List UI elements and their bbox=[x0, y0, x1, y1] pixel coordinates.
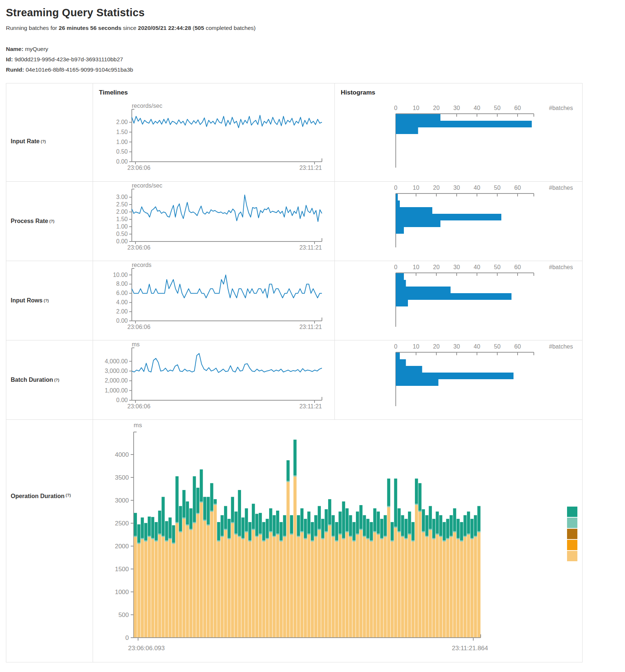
help-icon[interactable]: (?) bbox=[44, 298, 49, 303]
svg-text:8.00: 8.00 bbox=[116, 281, 128, 287]
svg-text:2.00: 2.00 bbox=[116, 119, 128, 125]
svg-text:60: 60 bbox=[514, 343, 521, 350]
batch-count: 505 bbox=[195, 25, 204, 31]
table-body: Input Rate(?)records/sec0.000.501.001.50… bbox=[6, 102, 582, 662]
svg-text:1,000.00: 1,000.00 bbox=[105, 387, 128, 393]
query-name-label: Name: bbox=[6, 46, 23, 52]
svg-text:20: 20 bbox=[433, 264, 440, 270]
svg-text:23:06:06: 23:06:06 bbox=[127, 324, 150, 330]
svg-text:1.00: 1.00 bbox=[116, 223, 128, 230]
svg-text:0.00: 0.00 bbox=[116, 158, 128, 165]
row-label: Process Rate bbox=[11, 218, 48, 224]
page-title: Streaming Query Statistics bbox=[6, 7, 619, 19]
row-label-cell: Batch Duration(?) bbox=[6, 340, 93, 419]
svg-text:2,000.00: 2,000.00 bbox=[105, 377, 128, 384]
row-label-cell: Operation Duration(?) bbox=[6, 419, 93, 662]
legend-swatch-orange bbox=[567, 540, 577, 550]
svg-text:2.00: 2.00 bbox=[116, 308, 128, 315]
svg-text:30: 30 bbox=[453, 264, 460, 270]
row-label-cell: Input Rows(?) bbox=[6, 261, 93, 340]
svg-text:3500: 3500 bbox=[115, 474, 129, 481]
table-row: Batch Duration(?)ms0.001,000.002,000.003… bbox=[6, 340, 582, 419]
svg-text:10: 10 bbox=[413, 264, 419, 270]
svg-text:500: 500 bbox=[119, 611, 129, 618]
legend-swatch-light_teal bbox=[567, 518, 577, 528]
timeline-chart: records0.002.004.006.008.0010.0023:06:06… bbox=[93, 261, 334, 340]
svg-text:10: 10 bbox=[413, 185, 419, 191]
svg-text:23:06:06: 23:06:06 bbox=[127, 403, 150, 409]
start-time: 2020/05/21 22:44:28 bbox=[138, 25, 191, 31]
svg-text:2500: 2500 bbox=[115, 520, 129, 527]
query-name-value: myQuery bbox=[25, 46, 48, 52]
svg-text:0: 0 bbox=[394, 105, 398, 111]
svg-text:10.00: 10.00 bbox=[113, 271, 128, 278]
svg-text:23:11:21: 23:11:21 bbox=[299, 165, 322, 171]
running-summary: Running batches for 26 minutes 56 second… bbox=[6, 25, 619, 31]
svg-text:10: 10 bbox=[413, 105, 419, 111]
svg-text:records/sec: records/sec bbox=[132, 182, 162, 189]
histogram-chart: 0102030405060#batches bbox=[334, 181, 582, 261]
svg-text:40: 40 bbox=[474, 343, 480, 350]
svg-text:3,000.00: 3,000.00 bbox=[105, 368, 128, 374]
row-label: Batch Duration bbox=[11, 377, 53, 383]
svg-text:23:11:21: 23:11:21 bbox=[299, 403, 322, 409]
svg-text:0: 0 bbox=[394, 185, 398, 191]
timeline-chart: records/sec0.000.501.001.502.002.503.002… bbox=[93, 181, 334, 261]
svg-text:10: 10 bbox=[413, 343, 419, 350]
svg-text:4,000.00: 4,000.00 bbox=[105, 358, 128, 364]
svg-text:1500: 1500 bbox=[115, 566, 129, 573]
svg-text:0.50: 0.50 bbox=[116, 231, 128, 237]
histogram-chart: 0102030405060#batches bbox=[334, 261, 582, 340]
svg-text:30: 30 bbox=[453, 105, 460, 111]
query-runid-line: RunId: 04e101e6-8bf8-4165-9099-9104c951b… bbox=[6, 65, 619, 75]
since-word: since bbox=[123, 25, 136, 31]
running-duration: 26 minutes 56 seconds bbox=[59, 25, 121, 31]
svg-text:60: 60 bbox=[514, 185, 521, 191]
legend-swatch-brown bbox=[567, 529, 577, 539]
table-row: Input Rows(?)records0.002.004.006.008.00… bbox=[6, 261, 582, 340]
query-name-line: Name: myQuery bbox=[6, 44, 619, 54]
svg-text:50: 50 bbox=[494, 264, 501, 270]
row-label-cell: Input Rate(?) bbox=[6, 102, 93, 181]
query-id-value: 9d0dd219-995d-423e-b97d-36931110bb27 bbox=[14, 56, 123, 62]
help-icon[interactable]: (?) bbox=[54, 378, 59, 382]
query-info: Name: myQuery Id: 9d0dd219-995d-423e-b97… bbox=[6, 44, 619, 75]
svg-text:20: 20 bbox=[433, 343, 440, 350]
svg-text:records/sec: records/sec bbox=[132, 103, 162, 109]
table-header-row: Timelines Histograms bbox=[6, 83, 582, 102]
help-icon[interactable]: (?) bbox=[66, 493, 71, 497]
streaming-statistics-page: Streaming Query Statistics Running batch… bbox=[0, 0, 625, 672]
svg-text:30: 30 bbox=[453, 185, 460, 191]
svg-text:60: 60 bbox=[514, 105, 521, 111]
svg-text:0.00: 0.00 bbox=[116, 397, 128, 403]
svg-text:23:06:06: 23:06:06 bbox=[127, 165, 150, 171]
svg-text:20: 20 bbox=[433, 185, 440, 191]
svg-text:1.00: 1.00 bbox=[116, 138, 128, 145]
query-id-line: Id: 9d0dd219-995d-423e-b97d-36931110bb27 bbox=[6, 54, 619, 65]
operation-duration-chart: ms0500100015002000250030003500400023:06:… bbox=[93, 419, 582, 662]
svg-text:#batches: #batches bbox=[549, 343, 573, 350]
svg-text:ms: ms bbox=[134, 422, 142, 429]
timeline-chart: ms0.001,000.002,000.003,000.004,000.0023… bbox=[93, 340, 334, 419]
svg-text:50: 50 bbox=[494, 105, 501, 111]
svg-text:0: 0 bbox=[394, 264, 398, 270]
svg-text:3000: 3000 bbox=[115, 497, 129, 504]
svg-text:60: 60 bbox=[514, 264, 521, 270]
row-label: Input Rows bbox=[11, 297, 42, 304]
query-id-label: Id: bbox=[6, 56, 13, 62]
svg-text:0: 0 bbox=[394, 343, 398, 350]
svg-text:50: 50 bbox=[494, 343, 501, 350]
svg-text:1.50: 1.50 bbox=[116, 128, 128, 135]
svg-text:23:06:06.093: 23:06:06.093 bbox=[128, 645, 165, 652]
svg-text:0: 0 bbox=[126, 634, 129, 641]
header-empty-cell bbox=[6, 83, 93, 102]
timeline-chart: records/sec0.000.501.001.502.0023:06:062… bbox=[93, 102, 334, 181]
svg-text:0.00: 0.00 bbox=[116, 238, 128, 244]
help-icon[interactable]: (?) bbox=[49, 219, 54, 223]
svg-text:#batches: #batches bbox=[549, 105, 573, 111]
table-row: Process Rate(?)records/sec0.000.501.001.… bbox=[6, 181, 582, 261]
row-label: Operation Duration bbox=[11, 493, 65, 500]
help-icon[interactable]: (?) bbox=[41, 139, 46, 144]
svg-text:2000: 2000 bbox=[115, 543, 129, 550]
svg-text:#batches: #batches bbox=[549, 185, 573, 191]
